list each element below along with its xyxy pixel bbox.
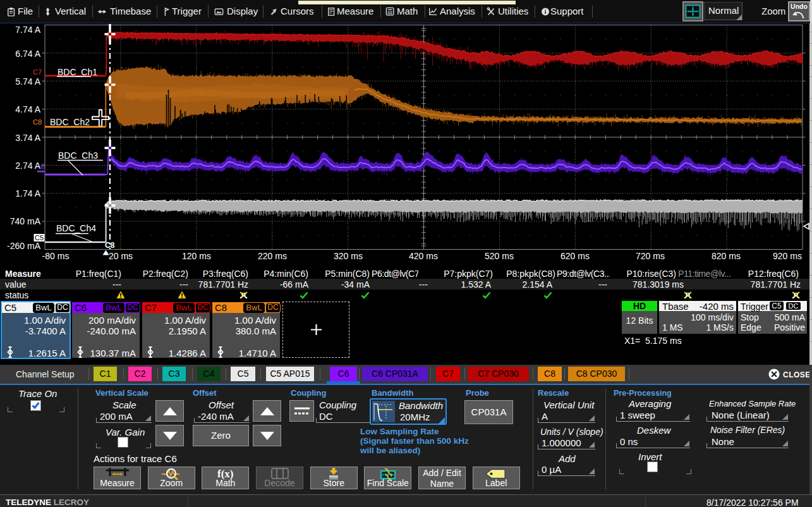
svg-text:-260 mA: -260 mA	[7, 241, 41, 251]
svg-text:C8: C8	[33, 118, 42, 126]
svg-text:7.74 A: 7.74 A	[15, 25, 40, 35]
svg-text:C5: C5	[35, 234, 44, 241]
svg-text:520 ms: 520 ms	[485, 251, 514, 261]
svg-text:1.74 A: 1.74 A	[15, 188, 40, 199]
svg-text:5.74 A: 5.74 A	[15, 76, 40, 87]
svg-text:6: 6	[41, 162, 45, 170]
svg-text:3.74 A: 3.74 A	[15, 133, 40, 143]
svg-text:4.74 A: 4.74 A	[15, 104, 40, 114]
svg-text:6.74 A: 6.74 A	[15, 49, 40, 59]
svg-text:20 ms: 20 ms	[109, 251, 133, 261]
svg-text:740 mA: 740 mA	[10, 216, 41, 226]
svg-text:BDC_Ch4: BDC_Ch4	[56, 223, 96, 233]
svg-text:420 ms: 420 ms	[409, 251, 438, 261]
svg-text:BDC_Ch1: BDC_Ch1	[58, 67, 97, 77]
svg-text:2.74 A: 2.74 A	[15, 161, 40, 171]
svg-text:220 ms: 220 ms	[258, 251, 287, 261]
svg-text:620 ms: 620 ms	[561, 251, 590, 261]
svg-text:920 ms: 920 ms	[773, 251, 802, 261]
svg-text:120 ms: 120 ms	[182, 251, 211, 261]
svg-text:-80 ms: -80 ms	[42, 251, 70, 261]
svg-text:320 ms: 320 ms	[334, 251, 363, 261]
svg-text:820 ms: 820 ms	[712, 251, 741, 261]
svg-text:BDC_Ch3: BDC_Ch3	[58, 150, 98, 161]
svg-text:C7: C7	[33, 68, 42, 76]
svg-text:BDC_Ch2: BDC_Ch2	[50, 117, 90, 127]
svg-text:C8: C8	[105, 241, 115, 250]
svg-text:720 ms: 720 ms	[636, 251, 665, 261]
